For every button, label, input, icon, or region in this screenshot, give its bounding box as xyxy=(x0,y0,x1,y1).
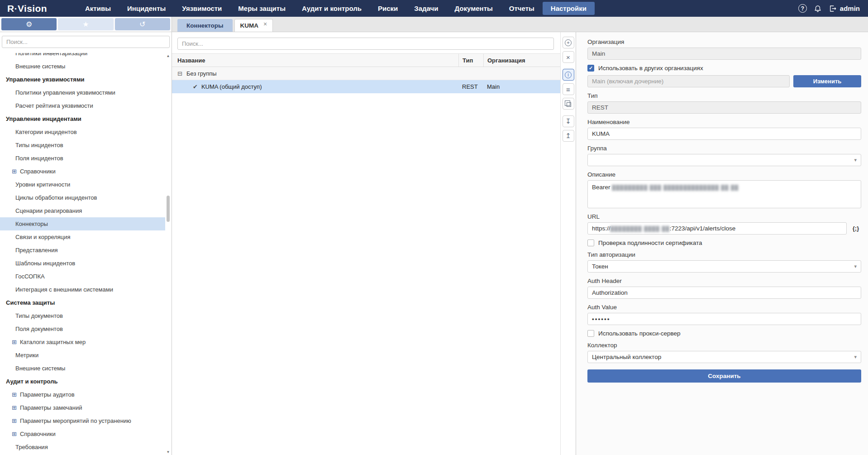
nav-item-5[interactable]: Аудит и контроль xyxy=(294,2,370,15)
sidebar-search-input[interactable] xyxy=(2,36,170,48)
tree-item-label: Сценарии реагирования xyxy=(15,207,82,214)
expand-plus-icon[interactable]: ⊞ xyxy=(12,391,17,398)
nav-item-4[interactable]: Меры защиты xyxy=(230,2,294,15)
collapse-minus-icon[interactable]: ⊟ xyxy=(177,70,182,77)
tree-item-label: Требования xyxy=(15,444,48,450)
tree-item[interactable]: ⊞Параметры аудитов xyxy=(0,388,165,401)
tree-item-label: Справочники xyxy=(20,168,56,175)
close-tab-icon[interactable]: × xyxy=(263,21,267,27)
tree-item[interactable]: Метрики xyxy=(0,349,165,362)
export-icon[interactable]: ↥ xyxy=(563,130,574,142)
tree-item[interactable]: Поля инцидентов xyxy=(0,152,165,165)
clear-icon[interactable]: × xyxy=(563,51,574,63)
tree-item[interactable]: Уровни критичности xyxy=(0,178,165,191)
tree-item[interactable]: Шаблоны инцидентов xyxy=(0,257,165,270)
nav-item-9[interactable]: Отчеты xyxy=(501,2,543,15)
variables-braces-icon[interactable]: {;} xyxy=(850,225,861,232)
tree-item[interactable]: ⊞Справочники xyxy=(0,427,165,441)
tree-item[interactable]: Внешние системы xyxy=(0,60,165,73)
description-textarea[interactable]: Bearer █████████ ███ ██████████████ ██ █… xyxy=(587,180,861,208)
collector-select[interactable]: Центральный коллектор ▾ xyxy=(587,351,861,363)
tree-item[interactable]: Категории инцидентов xyxy=(0,125,165,139)
expand-plus-icon[interactable]: ⊞ xyxy=(12,417,17,424)
nav-item-6[interactable]: Риски xyxy=(370,2,406,15)
tree-item[interactable]: Связи и корреляция xyxy=(0,230,165,244)
auth-type-select[interactable]: Токен ▾ xyxy=(587,260,861,273)
tab-kuma[interactable]: KUMA × xyxy=(234,19,273,32)
tree-item[interactable]: Циклы обработки инцидентов xyxy=(0,191,165,204)
save-button[interactable]: Сохранить xyxy=(587,369,861,383)
table-header: Название Тип Организация xyxy=(172,53,560,67)
share-orgs-checkbox[interactable] xyxy=(587,65,594,72)
type-field: REST xyxy=(587,101,861,114)
scroll-down-icon[interactable]: ▼ xyxy=(165,450,171,454)
column-header-name[interactable]: Название xyxy=(172,57,458,64)
tab-connectors[interactable]: Коннекторы xyxy=(177,19,233,32)
tree-item[interactable]: ⊞Справочники xyxy=(0,165,165,178)
tree-item[interactable]: Представления xyxy=(0,244,165,257)
proxy-checkbox[interactable] xyxy=(587,330,594,337)
tree-item[interactable]: Коннекторы xyxy=(0,217,165,230)
sidebar-tab-recent[interactable]: ↺ xyxy=(115,18,170,30)
tree-item[interactable]: Интеграция с внешними системами xyxy=(0,283,165,296)
table-row[interactable]: ✔ KUMA (общий доступ) REST Main xyxy=(172,80,560,93)
expand-plus-icon[interactable]: ⊞ xyxy=(12,404,17,411)
sidebar-tab-settings[interactable]: ⚙ xyxy=(1,18,57,30)
scroll-thumb[interactable] xyxy=(167,196,170,222)
tree-item[interactable]: Типы документов xyxy=(0,309,165,322)
add-icon[interactable]: + xyxy=(563,37,574,48)
auth-value-input[interactable]: •••••• xyxy=(587,313,861,325)
tree-section: Аудит и контроль xyxy=(0,375,165,388)
tree-item[interactable]: Внешние системы xyxy=(0,362,165,375)
tree-item[interactable]: ГосСОПКА xyxy=(0,270,165,283)
change-button[interactable]: Изменить xyxy=(793,75,861,87)
scroll-up-icon[interactable]: ▲ xyxy=(165,54,171,58)
share-orgs-label: Использовать в других организациях xyxy=(598,65,703,72)
cert-check-row[interactable]: Проверка подлинности сертификата xyxy=(587,239,861,246)
tree-item[interactable]: ⊞Каталоги защитных мер xyxy=(0,335,165,349)
nav-item-3[interactable]: Уязвимости xyxy=(174,2,230,15)
expand-plus-icon[interactable]: ⊞ xyxy=(12,431,17,437)
help-icon[interactable]: ? xyxy=(798,4,807,13)
copy-icon[interactable] xyxy=(563,98,574,110)
tree-item-label: Представления xyxy=(15,247,58,254)
tab-bar: Коннекторы KUMA × xyxy=(172,17,868,32)
import-icon[interactable]: ↧ xyxy=(563,115,574,127)
sidebar-scrollbar[interactable]: ▲ ▼ xyxy=(165,53,171,455)
expand-plus-icon[interactable]: ⊞ xyxy=(12,168,17,175)
info-icon[interactable]: i xyxy=(563,69,574,81)
tree-item-label: Параметры аудитов xyxy=(20,391,75,398)
group-select[interactable]: ▾ xyxy=(587,154,861,166)
tree-item[interactable]: Сценарии реагирования xyxy=(0,204,165,217)
nav-item-1[interactable]: Активы xyxy=(77,2,119,15)
tree-item[interactable]: Политики управления уязвимостями xyxy=(0,86,165,99)
tree-item[interactable]: Поля документов xyxy=(0,322,165,335)
column-header-organization[interactable]: Организация xyxy=(483,54,560,67)
share-orgs-row[interactable]: Использовать в других организациях xyxy=(587,65,861,72)
nav-item-8[interactable]: Документы xyxy=(446,2,501,15)
auth-header-input[interactable] xyxy=(587,287,861,299)
name-input[interactable] xyxy=(587,128,861,140)
tree-item[interactable]: Политики инвентаризации xyxy=(0,53,165,60)
nav-item-10[interactable]: Настройки xyxy=(543,2,595,15)
user-menu[interactable]: admin xyxy=(829,5,860,13)
url-input[interactable]: https://████████ ████ ██:7223/api/v1/ale… xyxy=(587,222,847,235)
list-search-input[interactable] xyxy=(177,38,554,50)
sidebar-tab-favorites[interactable]: ★ xyxy=(58,18,113,30)
group-row[interactable]: ⊟ Без группы xyxy=(172,67,560,80)
proxy-check-row[interactable]: Использовать прокси-сервер xyxy=(587,330,861,337)
column-header-type[interactable]: Тип xyxy=(458,54,483,67)
tree-item[interactable]: ⊞Параметры замечаний xyxy=(0,401,165,414)
expand-plus-icon[interactable]: ⊞ xyxy=(12,339,17,345)
tree-item[interactable]: Расчет рейтинга уязвимости xyxy=(0,99,165,112)
tree-item[interactable]: Типы инцидентов xyxy=(0,139,165,152)
nav-item-7[interactable]: Задачи xyxy=(406,2,446,15)
tree-item[interactable]: Требования xyxy=(0,441,165,454)
cert-checkbox[interactable] xyxy=(587,239,594,246)
tree-item[interactable]: ⊞Параметры мероприятий по устранению xyxy=(0,414,165,427)
notifications-bell-icon[interactable] xyxy=(814,5,822,13)
details-icon[interactable]: ≡ xyxy=(563,83,574,95)
tree-item-label: Каталоги защитных мер xyxy=(20,339,86,345)
nav-item-2[interactable]: Инциденты xyxy=(119,2,174,15)
tree-section: Система защиты xyxy=(0,296,165,309)
